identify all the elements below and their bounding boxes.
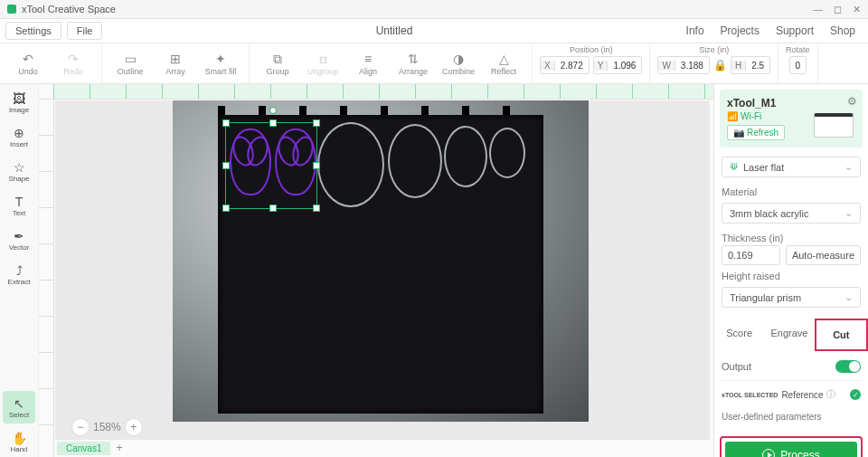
- outline-icon: ▭: [125, 51, 137, 67]
- resize-handle[interactable]: [222, 162, 230, 169]
- rotate-handle[interactable]: [269, 107, 277, 114]
- processing-mode-select[interactable]: ⟱ Laser flat⌄: [722, 157, 861, 177]
- shape-tool[interactable]: ☆Shape: [3, 155, 35, 187]
- rotate-input[interactable]: 0: [789, 56, 807, 74]
- toolbar: ↶Undo ↷Redo ▭Outline ⊞Array ✦Smart fill …: [0, 43, 868, 84]
- support-link[interactable]: Support: [776, 24, 814, 37]
- design-object[interactable]: [275, 129, 316, 195]
- tab-cut[interactable]: Cut: [815, 319, 868, 351]
- device-settings-icon[interactable]: ⚙: [847, 95, 857, 108]
- close-button[interactable]: ✕: [853, 4, 861, 15]
- design-object[interactable]: [230, 129, 271, 195]
- operation-tabs: Score Engrave Cut: [714, 319, 868, 351]
- position-label: Position (in): [570, 45, 613, 54]
- combine-icon: ◑: [453, 51, 464, 67]
- hand-icon: ✋: [12, 431, 27, 445]
- process-button[interactable]: Process: [725, 442, 857, 457]
- arrange-icon: ⇅: [408, 51, 419, 67]
- vector-tool[interactable]: ✒Vector: [3, 224, 35, 256]
- vector-icon: ✒: [14, 229, 24, 243]
- refresh-button[interactable]: 📷Refresh: [727, 125, 785, 140]
- ungroup-button[interactable]: ⧈Ungroup: [300, 49, 345, 78]
- resize-handle[interactable]: [313, 205, 320, 212]
- xtool-selected-badge: xTOOL SELECTED: [722, 392, 778, 398]
- camera-icon: 📷: [733, 128, 744, 138]
- resize-handle[interactable]: [313, 119, 320, 127]
- resize-handle[interactable]: [313, 162, 320, 169]
- reflect-icon: △: [499, 51, 509, 67]
- document-title: Untitled: [102, 24, 685, 37]
- artwork-ellipse: [388, 124, 442, 198]
- reflect-button[interactable]: △Reflect: [481, 49, 526, 78]
- minimize-button[interactable]: —: [813, 4, 823, 15]
- canvas-area[interactable]: − 158% + Canvas1 +: [39, 84, 713, 457]
- align-button[interactable]: ≡Align: [345, 49, 391, 78]
- pos-y-input[interactable]: Y1.096: [593, 56, 643, 74]
- zoom-out-button[interactable]: −: [71, 418, 90, 436]
- auto-measure-button[interactable]: Auto-measure: [786, 245, 861, 265]
- artwork-ellipse: [317, 122, 384, 207]
- output-label: Output: [722, 361, 751, 372]
- hand-tool[interactable]: ✋Hand: [3, 425, 35, 457]
- insert-tool[interactable]: ⊕Insert: [3, 120, 35, 153]
- shape-icon: ☆: [14, 160, 25, 175]
- redo-button[interactable]: ↷Redo: [51, 49, 96, 78]
- size-h-input[interactable]: H2.5: [731, 56, 770, 74]
- thickness-label: Thickness (in): [722, 233, 861, 243]
- ungroup-icon: ⧈: [319, 51, 327, 67]
- resize-handle[interactable]: [269, 205, 277, 212]
- combine-button[interactable]: ◑Combine: [436, 49, 481, 78]
- tab-engrave[interactable]: Engrave: [764, 319, 814, 351]
- array-button[interactable]: ⊞Array: [153, 49, 198, 78]
- info-icon[interactable]: ⓘ: [826, 388, 835, 401]
- zoom-in-button[interactable]: +: [125, 418, 143, 436]
- redo-icon: ↷: [68, 51, 79, 67]
- file-menu[interactable]: File: [67, 22, 103, 40]
- lock-ratio-icon[interactable]: 🔒: [713, 59, 727, 71]
- resize-handle[interactable]: [222, 205, 230, 212]
- undo-button[interactable]: ↶Undo: [5, 49, 51, 78]
- menu-bar: Settings File Untitled Info Projects Sup…: [0, 19, 868, 43]
- rotate-label: Rotate: [786, 45, 810, 54]
- pos-x-input[interactable]: X2.872: [540, 56, 590, 74]
- output-toggle[interactable]: [835, 360, 861, 373]
- artwork-ellipse: [444, 126, 487, 187]
- tab-score[interactable]: Score: [714, 319, 764, 351]
- resize-handle[interactable]: [269, 119, 277, 127]
- device-image: [814, 113, 854, 138]
- reference-row[interactable]: xTOOL SELECTED Reference ⓘ ✓: [722, 380, 861, 401]
- resize-handle[interactable]: [222, 119, 230, 127]
- horizontal-ruler: [53, 84, 713, 100]
- artwork-ellipse: [489, 128, 525, 178]
- projects-link[interactable]: Projects: [721, 24, 760, 37]
- process-highlight: Process: [720, 436, 863, 457]
- size-w-input[interactable]: W3.188: [657, 56, 709, 74]
- shop-link[interactable]: Shop: [830, 24, 855, 37]
- height-raised-select[interactable]: Triangular prism⌄: [722, 287, 861, 308]
- maximize-button[interactable]: ◻: [834, 4, 842, 15]
- thickness-input[interactable]: 0.169: [722, 245, 780, 265]
- extract-tool[interactable]: ⤴Extract: [3, 258, 35, 290]
- smartfill-button[interactable]: ✦Smart fill: [198, 49, 243, 78]
- image-tool[interactable]: 🖼Image: [3, 86, 35, 119]
- selection-bounds[interactable]: [225, 122, 317, 209]
- outline-button[interactable]: ▭Outline: [108, 49, 153, 78]
- group-button[interactable]: ⧉Group: [255, 49, 300, 78]
- undo-icon: ↶: [23, 51, 33, 67]
- canvas-stage[interactable]: − 158% + Canvas1 +: [55, 100, 710, 440]
- info-link[interactable]: Info: [686, 24, 704, 37]
- settings-menu[interactable]: Settings: [5, 22, 61, 40]
- user-params-link[interactable]: User-defined parameters: [722, 412, 861, 422]
- device-name: xTool_M1: [727, 97, 855, 109]
- text-tool[interactable]: TText: [3, 189, 35, 222]
- chevron-down-icon: ⌄: [844, 207, 853, 219]
- group-icon: ⧉: [273, 51, 282, 67]
- zoom-controls: − 158% +: [71, 418, 143, 436]
- material-select[interactable]: 3mm black acrylic⌄: [722, 203, 861, 224]
- add-canvas-button[interactable]: +: [116, 442, 122, 454]
- select-tool[interactable]: ↖Select: [3, 391, 35, 424]
- align-icon: ≡: [364, 51, 372, 67]
- arrange-button[interactable]: ⇅Arrange: [391, 49, 436, 78]
- chevron-down-icon: ⌄: [844, 291, 853, 303]
- canvas-tab[interactable]: Canvas1: [57, 442, 110, 455]
